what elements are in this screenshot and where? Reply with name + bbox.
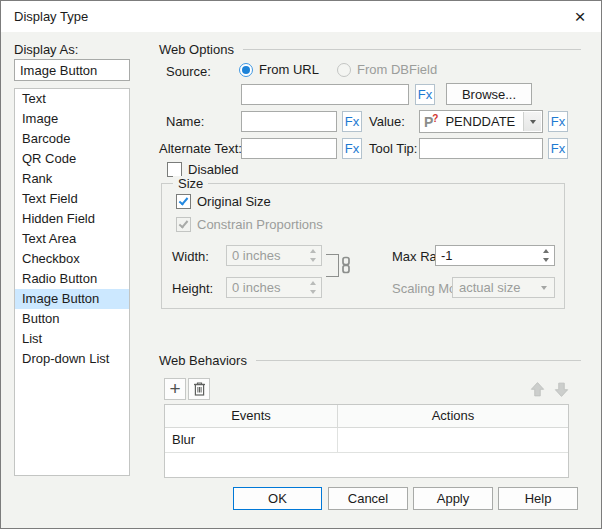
- checkbox-unchecked-icon: [167, 162, 182, 177]
- list-item-barcode[interactable]: Barcode: [15, 129, 129, 149]
- close-icon[interactable]: ×: [568, 5, 592, 29]
- display-type-dialog: Display Type × Display As: Text Image Ba…: [0, 0, 602, 529]
- constrain-proportions-checkbox: Constrain Proportions: [176, 217, 323, 232]
- height-spin-up-icon: [305, 278, 321, 288]
- max-ratio-spin-up-icon[interactable]: [538, 246, 554, 256]
- web-behaviors-divider: [256, 360, 581, 361]
- web-behaviors-title: Web Behaviors: [159, 353, 247, 368]
- scaling-mode-dropdown: actual size: [452, 277, 555, 298]
- value-dropdown[interactable]: P? PENDDATE: [419, 110, 543, 133]
- size-group-title: Size: [173, 176, 208, 191]
- width-spin-up-icon: [305, 246, 321, 256]
- actions-column-header: Actions: [338, 405, 568, 427]
- name-input[interactable]: [241, 111, 337, 132]
- from-url-radio[interactable]: From URL: [239, 62, 319, 77]
- list-item-checkbox[interactable]: Checkbox: [15, 249, 129, 269]
- browse-button[interactable]: Browse...: [446, 83, 532, 105]
- radio-unchecked-icon: [337, 63, 351, 77]
- original-size-label: Original Size: [197, 194, 271, 209]
- add-behavior-button[interactable]: +: [164, 378, 186, 400]
- tool-tip-label: Tool Tip:: [369, 141, 417, 156]
- max-ratio-spinner[interactable]: [435, 245, 555, 266]
- name-fx-button[interactable]: Fx: [342, 111, 362, 132]
- tool-tip-input[interactable]: [419, 138, 543, 159]
- chevron-down-icon[interactable]: [523, 112, 541, 131]
- list-item-image-button[interactable]: Image Button: [15, 289, 129, 309]
- checkbox-checked-icon: [176, 194, 191, 209]
- list-item-text[interactable]: Text: [15, 89, 129, 109]
- name-label: Name:: [166, 114, 204, 129]
- title-bar: Display Type ×: [1, 1, 601, 32]
- display-as-list: Text Image Barcode QR Code Rank Text Fie…: [14, 88, 130, 476]
- web-behaviors-table: Events Actions Blur: [164, 404, 569, 478]
- url-fx-button[interactable]: Fx: [415, 84, 435, 105]
- tool-tip-fx-button[interactable]: Fx: [548, 138, 568, 159]
- list-item-text-area[interactable]: Text Area: [15, 229, 129, 249]
- from-dbfield-label: From DBField: [357, 62, 437, 77]
- width-label: Width:: [172, 249, 209, 264]
- disabled-checkbox-label: Disabled: [188, 162, 239, 177]
- from-url-label: From URL: [259, 62, 319, 77]
- move-down-button: [550, 378, 572, 400]
- value-label: Value:: [369, 114, 405, 129]
- disabled-checkbox[interactable]: Disabled: [167, 162, 239, 177]
- height-spin-down-icon: [305, 288, 321, 298]
- arrow-up-icon: [529, 381, 546, 398]
- events-column-header: Events: [165, 405, 338, 427]
- scaling-mode-text: actual size: [459, 280, 520, 295]
- height-input: [227, 278, 304, 297]
- size-group: Size Original Size Constrain Proportions…: [161, 183, 565, 309]
- move-up-button: [526, 378, 548, 400]
- web-behaviors-header: Web Behaviors: [159, 353, 581, 367]
- list-item-text-field[interactable]: Text Field: [15, 189, 129, 209]
- value-fx-button[interactable]: Fx: [548, 111, 568, 132]
- web-options-title: Web Options: [159, 42, 234, 57]
- list-item-drop-down-list[interactable]: Drop-down List: [15, 349, 129, 369]
- width-spinner: [226, 245, 322, 266]
- arrow-down-icon: [553, 381, 570, 398]
- dialog-title: Display Type: [14, 9, 88, 24]
- alternate-text-fx-button[interactable]: Fx: [342, 138, 362, 159]
- list-item-button[interactable]: Button: [15, 309, 129, 329]
- delete-behavior-button[interactable]: [188, 378, 210, 400]
- parameter-icon: P?: [424, 115, 439, 129]
- plus-icon: +: [169, 380, 180, 398]
- list-item-image[interactable]: Image: [15, 109, 129, 129]
- from-dbfield-radio: From DBField: [337, 62, 437, 77]
- display-as-label: Display As:: [14, 42, 78, 57]
- trash-icon: [192, 381, 207, 397]
- apply-button[interactable]: Apply: [413, 487, 493, 510]
- max-ratio-spin-down-icon[interactable]: [538, 256, 554, 266]
- event-cell[interactable]: Blur: [165, 428, 338, 452]
- alternate-text-input[interactable]: [241, 138, 337, 159]
- height-label: Height:: [172, 281, 213, 296]
- ok-button[interactable]: OK: [233, 487, 322, 510]
- original-size-checkbox[interactable]: Original Size: [176, 194, 271, 209]
- checkbox-checked-disabled-icon: [176, 217, 191, 232]
- url-input[interactable]: [241, 84, 409, 105]
- help-button[interactable]: Help: [498, 487, 578, 510]
- web-options-divider: [243, 49, 581, 50]
- table-header-row: Events Actions: [165, 405, 568, 428]
- list-item-radio-button[interactable]: Radio Button: [15, 269, 129, 289]
- width-spin-down-icon: [305, 256, 321, 266]
- list-item-list[interactable]: List: [15, 329, 129, 349]
- action-cell[interactable]: [338, 428, 568, 452]
- source-label: Source:: [166, 64, 211, 79]
- max-ratio-input[interactable]: [436, 246, 537, 265]
- alternate-text-label: Alternate Text:: [159, 141, 242, 156]
- cancel-button[interactable]: Cancel: [328, 487, 408, 510]
- list-item-qr-code[interactable]: QR Code: [15, 149, 129, 169]
- table-row[interactable]: Blur: [165, 428, 568, 453]
- web-options-header: Web Options: [159, 42, 581, 56]
- value-dropdown-text: PENDDATE: [445, 114, 515, 129]
- width-input: [227, 246, 304, 265]
- radio-checked-icon: [239, 63, 253, 77]
- list-item-hidden-field[interactable]: Hidden Field: [15, 209, 129, 229]
- list-item-rank[interactable]: Rank: [15, 169, 129, 189]
- height-spinner: [226, 277, 322, 298]
- constrain-proportions-label: Constrain Proportions: [197, 217, 323, 232]
- display-as-field[interactable]: [14, 59, 130, 81]
- chain-link-icon: [341, 256, 351, 274]
- width-height-link-bracket: [326, 254, 339, 277]
